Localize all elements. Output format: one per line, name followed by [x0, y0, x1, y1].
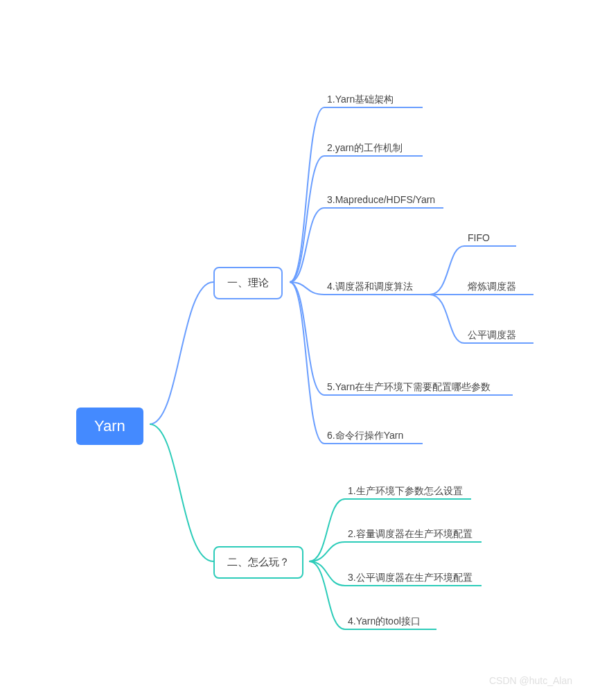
- branch-theory[interactable]: 一、理论: [213, 267, 283, 299]
- leaf-yarn-architecture[interactable]: 1.Yarn基础架构: [327, 94, 394, 106]
- leaf-capacity-scheduler[interactable]: 熔炼调度器: [468, 281, 516, 293]
- leaf-fifo[interactable]: FIFO: [468, 232, 490, 243]
- leaf-prod-params[interactable]: 1.生产环境下参数怎么设置: [348, 485, 463, 498]
- leaf-production-config[interactable]: 5.Yarn在生产环境下需要配置哪些参数: [327, 381, 491, 394]
- root-node[interactable]: Yarn: [76, 408, 143, 445]
- root-label: Yarn: [94, 417, 125, 435]
- leaf-fair-scheduler[interactable]: 公平调度器: [468, 329, 516, 342]
- leaf-scheduler-algorithm[interactable]: 4.调度器和调度算法: [327, 281, 413, 293]
- branch-howtoplay-label: 二、怎么玩？: [227, 556, 290, 568]
- branch-theory-label: 一、理论: [227, 277, 269, 288]
- leaf-capacity-prod-config[interactable]: 2.容量调度器在生产环境配置: [348, 528, 473, 541]
- mindmap-connectors: [0, 0, 600, 700]
- branch-howtoplay[interactable]: 二、怎么玩？: [213, 546, 303, 579]
- leaf-yarn-mechanism[interactable]: 2.yarn的工作机制: [327, 142, 403, 155]
- watermark: CSDN @hutc_Alan: [489, 675, 572, 686]
- leaf-yarn-tool-api[interactable]: 4.Yarn的tool接口: [348, 615, 421, 628]
- leaf-mapreduce-hdfs-yarn[interactable]: 3.Mapreduce/HDFS/Yarn: [327, 194, 435, 205]
- leaf-cli-yarn[interactable]: 6.命令行操作Yarn: [327, 430, 403, 442]
- leaf-fair-prod-config[interactable]: 3.公平调度器在生产环境配置: [348, 572, 473, 584]
